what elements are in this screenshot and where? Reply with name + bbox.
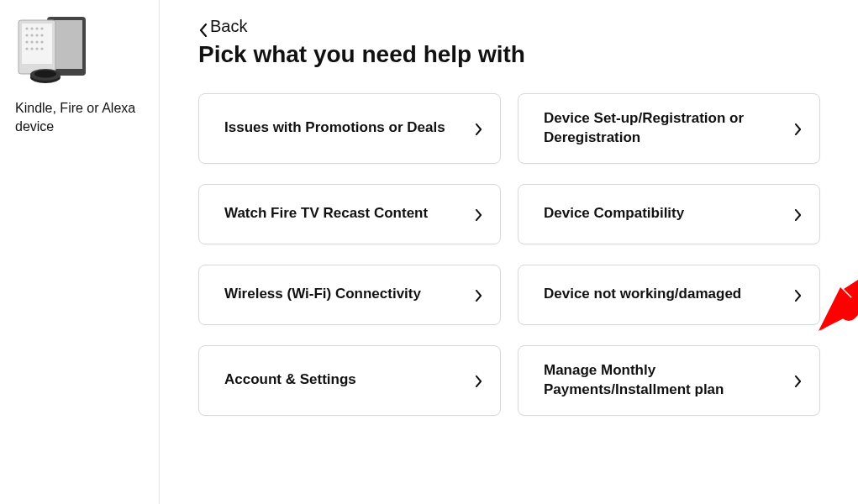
topic-compatibility[interactable]: Device Compatibility (518, 184, 820, 244)
topic-label: Device not working/damaged (544, 285, 758, 304)
topic-payments[interactable]: Manage Monthly Payments/Installment plan (518, 345, 820, 416)
svg-point-13 (30, 40, 33, 43)
sidebar-device-label: Kindle, Fire or Alexa device (15, 99, 142, 135)
topic-account-settings[interactable]: Account & Settings (198, 345, 501, 416)
topic-label: Issues with Promotions or Deals (224, 118, 462, 138)
topic-promotions[interactable]: Issues with Promotions or Deals (198, 93, 501, 164)
svg-line-24 (849, 242, 858, 312)
page-title: Pick what you need help with (198, 41, 824, 68)
svg-point-10 (35, 34, 38, 36)
svg-point-22 (34, 71, 56, 78)
svg-point-11 (40, 34, 43, 36)
chevron-right-icon (475, 123, 485, 134)
svg-point-7 (40, 27, 43, 29)
svg-point-9 (30, 34, 33, 36)
svg-point-18 (35, 47, 38, 50)
svg-point-4 (25, 27, 28, 29)
main-content: Back Pick what you need help with Issues… (160, 0, 858, 504)
chevron-right-icon (475, 290, 485, 300)
topic-label: Device Set-up/Registration or Deregistra… (544, 109, 794, 148)
back-button[interactable]: Back (198, 17, 247, 36)
svg-point-19 (40, 47, 43, 50)
topic-label: Account & Settings (224, 370, 373, 390)
topic-label: Watch Fire TV Recast Content (224, 204, 445, 223)
topic-not-working[interactable]: Device not working/damaged (518, 265, 820, 325)
chevron-right-icon (475, 375, 485, 386)
chevron-right-icon (794, 375, 804, 386)
help-topic-grid: Issues with Promotions or Deals Device S… (198, 93, 824, 416)
topic-setup-registration[interactable]: Device Set-up/Registration or Deregistra… (518, 93, 820, 164)
svg-marker-25 (819, 287, 858, 331)
chevron-right-icon (475, 209, 485, 219)
svg-point-17 (30, 47, 33, 50)
chevron-right-icon (794, 290, 804, 300)
topic-fire-tv-recast[interactable]: Watch Fire TV Recast Content (198, 184, 501, 244)
sidebar: Kindle, Fire or Alexa device (0, 0, 160, 504)
svg-point-14 (35, 40, 38, 43)
topic-label: Device Compatibility (544, 204, 701, 223)
svg-point-16 (25, 47, 28, 50)
chevron-right-icon (794, 209, 804, 219)
svg-point-5 (30, 27, 33, 29)
devices-icon (15, 12, 89, 86)
topic-label: Wireless (Wi-Fi) Connectivity (224, 285, 438, 304)
svg-marker-23 (822, 240, 858, 329)
topic-wifi[interactable]: Wireless (Wi-Fi) Connectivity (198, 265, 501, 325)
svg-point-12 (25, 40, 28, 43)
back-label: Back (210, 17, 247, 36)
svg-point-15 (40, 40, 43, 43)
svg-point-8 (25, 34, 28, 36)
svg-point-6 (35, 27, 38, 29)
chevron-right-icon (794, 123, 804, 134)
chevron-left-icon (198, 22, 208, 32)
topic-label: Manage Monthly Payments/Installment plan (544, 361, 794, 400)
